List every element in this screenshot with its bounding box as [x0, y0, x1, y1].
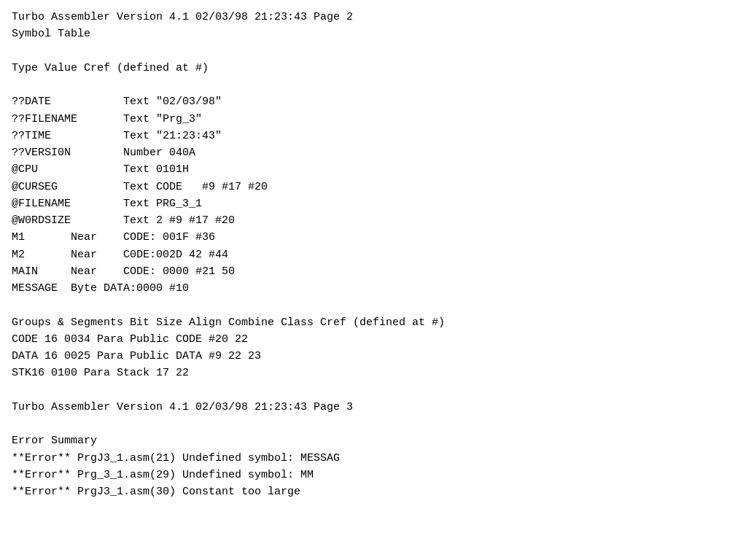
- text-line: ??VERSI0N Number 040A: [12, 144, 734, 161]
- text-line: **Error** PrgJ3_1.asm(30) Constant too l…: [12, 483, 734, 500]
- text-line: CODE 16 0034 Para Public CODE #20 22: [12, 331, 734, 348]
- text-line: Type Value Cref (defined at #): [12, 60, 734, 77]
- text-line: Turbo Assembler Version 4.1 02/03/98 21:…: [12, 9, 734, 26]
- text-line: ??DATE Text "02/03/98": [12, 93, 734, 110]
- text-line: **Error** Prg_3_1.asm(29) Undefined symb…: [12, 467, 734, 483]
- text-line: M2 Near C0DE:002D 42 #44: [12, 246, 734, 263]
- text-line: @FILENAME Text PRG_3_1: [12, 195, 734, 212]
- text-line: @W0RDSIZE Text 2 #9 #17 #20: [12, 212, 734, 229]
- blank-line: [12, 43, 734, 60]
- text-line: Turbo Assembler Version 4.1 02/03/98 21:…: [12, 399, 734, 416]
- text-line: STK16 0100 Para Stack 17 22: [12, 365, 734, 381]
- blank-line: [12, 382, 734, 399]
- text-line: @CPU Text 0101H: [12, 161, 734, 178]
- content-container: Turbo Assembler Version 4.1 02/03/98 21:…: [12, 9, 734, 500]
- text-line: Error Summary: [12, 432, 734, 449]
- text-line: MAIN Near CODE: 0000 #21 50: [12, 263, 734, 280]
- text-line: MESSAGE Byte DATA:0000 #10: [12, 280, 734, 297]
- text-line: ??FILENAME Text "Prg_3": [12, 111, 734, 128]
- text-line: **Error** PrgJ3_1.asm(21) Undefined symb…: [12, 450, 734, 467]
- text-line: Groups & Segments Bit Size Align Combine…: [12, 314, 734, 331]
- text-line: ??TIME Text "21:23:43": [12, 128, 734, 144]
- text-line: Symbol Table: [12, 26, 734, 42]
- text-line: DATA 16 0025 Para Public DATA #9 22 23: [12, 348, 734, 365]
- text-line: M1 Near CODE: 001F #36: [12, 229, 734, 246]
- blank-line: [12, 77, 734, 93]
- text-line: @CURSEG Text CODE #9 #17 #20: [12, 179, 734, 195]
- blank-line: [12, 416, 734, 432]
- blank-line: [12, 297, 734, 314]
